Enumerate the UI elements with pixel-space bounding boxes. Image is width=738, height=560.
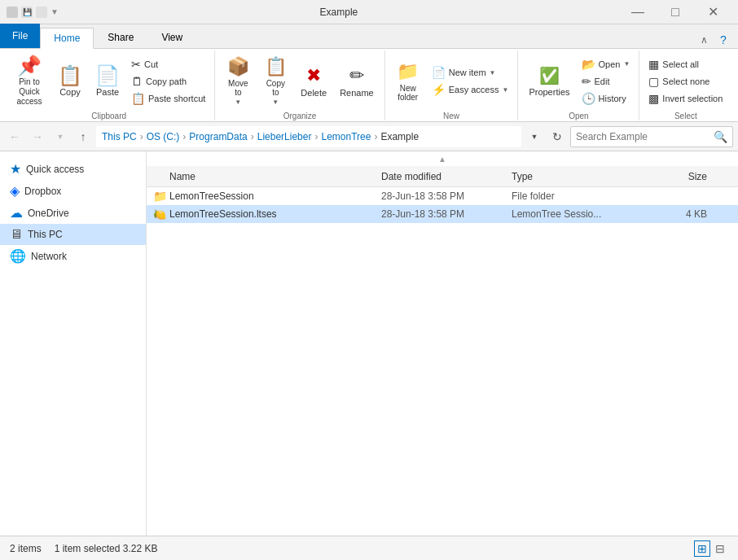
ribbon-tab-bar: File Home Share View ∧ ? bbox=[0, 24, 738, 49]
new-folder-button[interactable]: 📁 Newfolder bbox=[390, 55, 426, 108]
onedrive-icon: ☁ bbox=[10, 205, 23, 221]
help-button[interactable]: ? bbox=[715, 32, 731, 48]
maximize-button[interactable]: □ bbox=[657, 0, 694, 24]
select-buttons: ▦ Select all ▢ Select none ▩ Invert sele… bbox=[644, 52, 727, 110]
breadcrumb-lieberlieber: LieberLieber bbox=[257, 131, 312, 142]
new-item-icon: 📄 bbox=[432, 66, 446, 79]
forward-button[interactable]: → bbox=[28, 127, 47, 147]
dropbox-icon: ◈ bbox=[10, 183, 20, 199]
up-arrow: ▲ bbox=[147, 151, 738, 166]
refresh-button[interactable]: ↻ bbox=[547, 127, 567, 147]
open-small-buttons: 📂 Open ▼ ✏ Edit 🕒 History bbox=[578, 56, 635, 107]
quick-save-icon[interactable]: 💾 bbox=[21, 7, 33, 18]
column-header-size[interactable]: Size bbox=[642, 171, 707, 182]
large-icons-view-button[interactable]: ⊟ bbox=[712, 540, 728, 557]
sidebar-item-dropbox[interactable]: ◈ Dropbox bbox=[0, 180, 146, 202]
title-bar: 💾 ▼ Example — □ ✕ bbox=[0, 0, 738, 24]
item-count: 2 items bbox=[10, 543, 42, 554]
tab-share[interactable]: Share bbox=[94, 27, 147, 48]
breadcrumb-this-pc: This PC bbox=[102, 131, 137, 142]
file-row-lemontreesession-folder[interactable]: 📁 LemonTreeSession 28-Jun-18 3:58 PM Fil… bbox=[147, 187, 738, 205]
new-item-arrow: ▼ bbox=[490, 69, 496, 77]
cut-button[interactable]: ✂ Cut bbox=[127, 56, 209, 72]
copy-path-icon: 🗒 bbox=[131, 75, 143, 88]
rename-button[interactable]: ✏ Rename bbox=[334, 55, 380, 108]
address-bar: ← → ▼ ↑ This PC › OS (C:) › ProgramData … bbox=[0, 122, 738, 151]
edit-button[interactable]: ✏ Edit bbox=[578, 73, 635, 90]
paste-shortcut-button[interactable]: 📋 Paste shortcut bbox=[127, 90, 209, 107]
undo-icon[interactable] bbox=[36, 7, 47, 18]
breadcrumb-example: Example bbox=[380, 131, 419, 142]
file-row-lemontreesession-ltses[interactable]: 🍋 LemonTreeSession.ltses 28-Jun-18 3:58 … bbox=[147, 205, 738, 223]
sidebar-item-quick-access[interactable]: ★ Quick access bbox=[0, 158, 146, 180]
status-bar: 2 items 1 item selected 3.22 KB ⊞ ⊟ bbox=[0, 536, 738, 560]
breadcrumb-lemontree: LemonTree bbox=[321, 131, 371, 142]
back-button[interactable]: ← bbox=[5, 127, 24, 147]
open-button[interactable]: 📂 Open ▼ bbox=[578, 56, 635, 72]
copy-path-button[interactable]: 🗒 Copy path bbox=[127, 73, 209, 90]
breadcrumb[interactable]: This PC › OS (C:) › ProgramData › Lieber… bbox=[96, 126, 521, 147]
select-all-icon: ▦ bbox=[648, 58, 659, 71]
folder-icon: 📁 bbox=[153, 190, 169, 203]
new-folder-icon: 📁 bbox=[397, 61, 419, 82]
sidebar: ★ Quick access ◈ Dropbox ☁ OneDrive 🖥 Th… bbox=[0, 151, 147, 536]
select-label: Select bbox=[644, 110, 727, 120]
breadcrumb-sep-1: › bbox=[140, 131, 143, 142]
new-item-button[interactable]: 📄 New item ▼ bbox=[428, 64, 513, 81]
history-icon: 🕒 bbox=[582, 92, 595, 105]
organize-label: Organize bbox=[220, 110, 379, 120]
column-header-name[interactable]: Name bbox=[153, 171, 381, 182]
close-button[interactable]: ✕ bbox=[694, 0, 731, 24]
window-controls: — □ ✕ bbox=[619, 0, 731, 24]
minimize-button[interactable]: — bbox=[619, 0, 657, 24]
invert-selection-button[interactable]: ▩ Invert selection bbox=[644, 90, 727, 107]
up-directory-button[interactable]: ↑ bbox=[73, 127, 93, 147]
history-button[interactable]: 🕒 History bbox=[578, 90, 635, 107]
recent-locations-button[interactable]: ▼ bbox=[51, 127, 70, 147]
tab-view[interactable]: View bbox=[147, 27, 196, 48]
invert-icon: ▩ bbox=[648, 92, 659, 105]
breadcrumb-os: OS (C:) bbox=[147, 131, 180, 142]
sidebar-item-network[interactable]: 🌐 Network bbox=[0, 245, 146, 267]
file-size-2: 4 KB bbox=[642, 208, 707, 220]
copy-icon: 📋 bbox=[58, 66, 82, 85]
open-icon: 📂 bbox=[582, 58, 595, 71]
dropdown-arrow[interactable]: ▼ bbox=[51, 7, 59, 16]
move-to-icon: 📦 bbox=[227, 56, 249, 77]
quick-access-icon: ★ bbox=[10, 161, 21, 177]
sidebar-item-this-pc[interactable]: 🖥 This PC bbox=[0, 224, 146, 245]
copy-to-button[interactable]: 📋 Copyto ▼ bbox=[257, 55, 293, 108]
tab-file[interactable]: File bbox=[0, 24, 40, 48]
main-area: ★ Quick access ◈ Dropbox ☁ OneDrive 🖥 Th… bbox=[0, 151, 738, 536]
column-header-date[interactable]: Date modified bbox=[381, 171, 512, 182]
sidebar-item-onedrive[interactable]: ☁ OneDrive bbox=[0, 202, 146, 224]
select-all-button[interactable]: ▦ Select all bbox=[644, 56, 727, 72]
move-to-button[interactable]: 📦 Moveto ▼ bbox=[220, 55, 256, 108]
new-group: 📁 Newfolder 📄 New item ▼ ⚡ Easy access ▼… bbox=[385, 50, 519, 120]
breadcrumb-sep-5: › bbox=[374, 131, 377, 142]
ltses-icon: 🍋 bbox=[153, 208, 169, 221]
paste-button[interactable]: 📄 Paste bbox=[90, 55, 125, 108]
copy-button[interactable]: 📋 Copy bbox=[52, 55, 88, 108]
sidebar-label-dropbox: Dropbox bbox=[24, 186, 61, 197]
clipboard-group: 📌 Pin to Quick access 📋 Copy 📄 Paste ✂ C… bbox=[3, 50, 215, 120]
select-none-icon: ▢ bbox=[648, 75, 659, 88]
column-headers: Name Date modified Type Size bbox=[147, 166, 738, 187]
properties-icon: ✅ bbox=[539, 66, 560, 85]
sidebar-label-network: Network bbox=[31, 251, 67, 262]
pin-to-quick-access-button[interactable]: 📌 Pin to Quick access bbox=[8, 55, 51, 108]
easy-access-button[interactable]: ⚡ Easy access ▼ bbox=[428, 81, 513, 98]
title-bar-icons: 💾 ▼ bbox=[7, 7, 59, 18]
breadcrumb-dropdown-button[interactable]: ▼ bbox=[525, 127, 544, 147]
column-header-type[interactable]: Type bbox=[512, 171, 642, 182]
delete-button[interactable]: ✖ Delete bbox=[295, 55, 332, 108]
tab-home[interactable]: Home bbox=[40, 28, 94, 49]
ribbon-collapse-button[interactable]: ∧ bbox=[696, 32, 712, 48]
open-arrow: ▼ bbox=[623, 60, 630, 68]
this-pc-icon: 🖥 bbox=[10, 227, 23, 242]
select-none-button[interactable]: ▢ Select none bbox=[644, 73, 727, 90]
search-input[interactable] bbox=[576, 131, 714, 142]
properties-button[interactable]: ✅ Properties bbox=[523, 55, 575, 108]
details-view-button[interactable]: ⊞ bbox=[694, 540, 710, 557]
organize-buttons: 📦 Moveto ▼ 📋 Copyto ▼ ✖ Delete ✏ Rename bbox=[220, 52, 379, 110]
